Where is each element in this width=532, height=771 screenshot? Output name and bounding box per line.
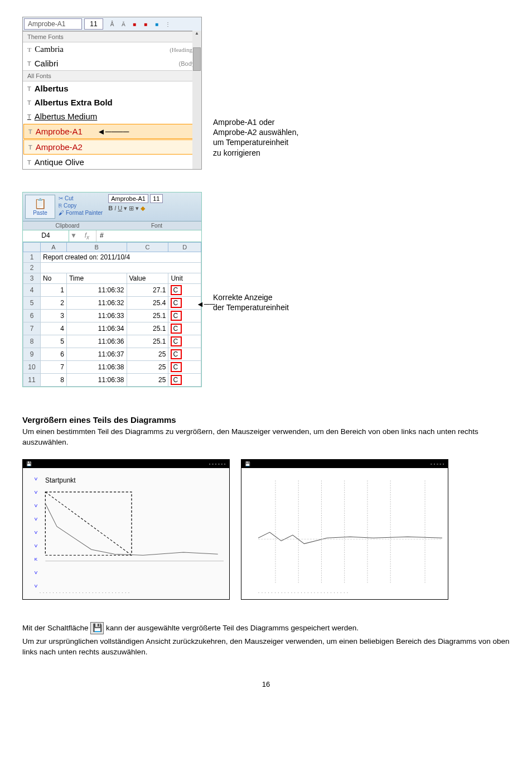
cell[interactable]: 25.1 <box>127 322 168 335</box>
section-heading: Vergrößern eines Teils des Diagramms <box>22 415 510 425</box>
font-label: Albertus <box>35 84 69 93</box>
bold-icon[interactable]: ■ <box>130 20 139 28</box>
theme-fonts-header: Theme Fonts <box>23 31 201 42</box>
truetype-icon: T <box>27 60 31 67</box>
ribbon-fontsize-input[interactable]: 11 <box>150 194 162 203</box>
cell[interactable]: 1 <box>41 284 67 297</box>
cell[interactable]: C <box>168 361 201 374</box>
cell[interactable]: 2 <box>41 297 67 310</box>
cell[interactable]: 11:06:32 <box>66 284 127 297</box>
arrow-icon: ◄── <box>196 299 215 309</box>
cut-button[interactable]: ✂Cut <box>57 195 104 202</box>
grow-font-icon[interactable]: Â <box>108 20 117 28</box>
cell[interactable]: 5 <box>41 335 67 348</box>
cell[interactable]: No <box>41 273 67 284</box>
format-painter-button[interactable]: 🖌Format Painter <box>57 209 104 216</box>
scrollbar-thumb[interactable] <box>193 47 201 71</box>
cell[interactable]: C <box>168 335 201 348</box>
shrink-font-icon[interactable]: Ǎ <box>119 20 128 28</box>
cell[interactable]: 11:06:32 <box>66 297 127 310</box>
font-item-antique[interactable]: T Antique Olive <box>23 155 201 169</box>
cell[interactable]: 27.1 <box>127 284 168 297</box>
cell[interactable]: Unit <box>168 273 201 284</box>
ribbon: 📋 Paste ✂Cut ⎘Copy 🖌Format Painter Ampro… <box>23 192 201 221</box>
cell[interactable]: 25 <box>127 361 168 374</box>
cell[interactable]: Time <box>66 273 127 284</box>
cell[interactable]: C <box>168 348 201 361</box>
font-item-calibri[interactable]: T Calibri (Body) <box>23 56 201 70</box>
corner-cell[interactable] <box>23 243 41 252</box>
cell[interactable]: 11:06:37 <box>66 348 127 361</box>
cut-icon: ✂ <box>59 195 63 201</box>
cell[interactable]: 11:06:33 <box>66 310 127 322</box>
col-header[interactable]: D <box>168 243 201 252</box>
save-icon[interactable]: 💾 <box>26 461 32 466</box>
cell[interactable]: 25.4 <box>127 297 168 310</box>
cell[interactable]: 25 <box>127 348 168 361</box>
brush-icon: 🖌 <box>59 210 64 216</box>
fx-icon: fx <box>78 230 96 242</box>
font-label: Amprobe-A1 <box>36 127 83 136</box>
truetype-icon: T <box>27 159 31 166</box>
svg-line-1 <box>45 492 132 555</box>
font-item-amprobe-a2[interactable]: T Amprobe-A2 <box>23 139 201 155</box>
cell[interactable]: Value <box>127 273 168 284</box>
x-axis: · · · · · · · · · · · · · · · · · · · · … <box>258 591 442 595</box>
cell[interactable]: 6 <box>41 348 67 361</box>
name-box[interactable]: D4 <box>23 230 69 242</box>
col-header[interactable]: B <box>66 243 127 252</box>
ribbon-font-input[interactable]: Amprobe-A1 <box>108 194 148 203</box>
cell[interactable]: 8 <box>41 374 67 387</box>
arrow-icon: ◄──── <box>97 127 129 136</box>
font-dropdown-panel: Amprobe-A1 11 Â Ǎ ■ ■ ■ ⋮ Theme Fonts … <box>22 17 202 170</box>
font-item-albertus[interactable]: T Albertus <box>23 81 201 95</box>
cell[interactable]: C <box>168 322 201 335</box>
font-item-cambria[interactable]: T Cambria (Headings) <box>23 42 201 56</box>
cell[interactable]: 3 <box>41 310 67 322</box>
paste-icon: 📋 <box>28 197 52 210</box>
col-header[interactable]: A <box>41 243 67 252</box>
more-icon[interactable]: ⋮ <box>163 20 172 28</box>
truetype-icon: T <box>28 144 32 151</box>
cell[interactable]: 11:06:38 <box>66 374 127 387</box>
font-item-amprobe-a1[interactable]: T Amprobe-A1 ◄──── <box>23 124 201 139</box>
copy-icon: ⎘ <box>59 203 62 209</box>
font-label: Antique Olive <box>35 157 84 167</box>
highlight-icon[interactable]: ■ <box>141 20 150 28</box>
cell[interactable]: 25.1 <box>127 310 168 322</box>
cell[interactable]: 7 <box>41 361 67 374</box>
font-label: Albertus Medium <box>35 112 98 121</box>
fontcolor-icon[interactable]: ■ <box>152 20 161 28</box>
font-item-albertus-medium[interactable]: T Albertus Medium <box>23 109 201 123</box>
cell[interactable]: C <box>168 374 201 387</box>
cell[interactable] <box>41 263 201 273</box>
save-icon[interactable]: 💾 <box>245 461 250 466</box>
cell[interactable]: Report created on: 2011/10/4 <box>41 252 201 263</box>
font-item-albertus-extra[interactable]: T Albertus Extra Bold <box>23 95 201 109</box>
cell[interactable]: 11:06:34 <box>66 322 127 335</box>
paste-button[interactable]: 📋 Paste <box>25 195 55 219</box>
paragraph: Mit der Schaltfläche 💾 kann der ausgewäh… <box>22 622 510 634</box>
col-header[interactable]: C <box>127 243 168 252</box>
font-size-input[interactable]: 11 <box>84 18 103 30</box>
cell[interactable]: 25 <box>127 374 168 387</box>
copy-button[interactable]: ⎘Copy <box>57 202 104 209</box>
formula-bar[interactable]: # <box>96 230 201 242</box>
cell[interactable]: 11:06:36 <box>66 335 127 348</box>
chart-toolbar: 💾 ▫ ▫ ▫ ▫ ▫ ▫ <box>23 460 229 468</box>
startpoint-label: Startpunkt <box>45 476 76 484</box>
cell[interactable]: C <box>168 310 201 322</box>
cell[interactable]: 4 <box>41 322 67 335</box>
page-number: 16 <box>22 680 510 688</box>
cell[interactable]: C <box>168 284 201 297</box>
spreadsheet-panel: 📋 Paste ✂Cut ⎘Copy 🖌Format Painter Ampro… <box>22 192 202 387</box>
cell[interactable]: 11:06:38 <box>66 361 127 374</box>
cell[interactable]: 25.1 <box>127 335 168 348</box>
scroll-up-icon[interactable]: ▲ <box>192 31 201 38</box>
font-toolbar: Amprobe-A1 11 Â Ǎ ■ ■ ■ ⋮ <box>23 17 201 31</box>
font-name-input[interactable]: Amprobe-A1 <box>24 18 82 30</box>
spreadsheet-grid[interactable]: A B C D 1Report created on: 2011/10/4 2 … <box>23 242 201 387</box>
chart-svg <box>40 476 224 588</box>
font-group-label: Font <box>112 221 201 230</box>
scrollbar[interactable]: ▲ <box>192 31 201 169</box>
